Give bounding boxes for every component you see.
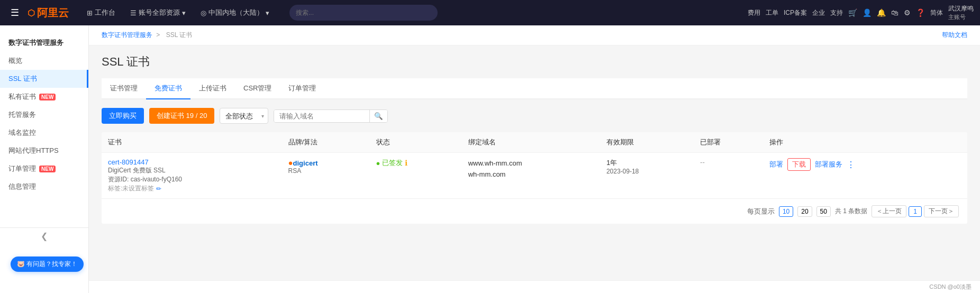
nav-support[interactable]: 支持 [830,8,843,17]
domain-search-input[interactable] [274,110,369,122]
info-icon[interactable]: ℹ [405,159,407,167]
logo-text[interactable]: 阿里云 [37,6,69,20]
sidebar-item-orders[interactable]: 订单管理 NEW [0,160,88,178]
col-deployed: 已部署 [694,132,763,153]
cert-id[interactable]: cert-8091447 [108,158,276,166]
simplified-label[interactable]: 简体 [930,8,943,17]
status-cell: ● 已签发 ℹ [370,153,462,199]
main-layout: 数字证书管理服务 概览 SSL 证书 私有证书 NEW 托管服务 域名监控 网站… [0,25,980,293]
sidebar-collapse-button[interactable]: ❮ [0,227,88,244]
buy-now-button[interactable]: 立即购买 [102,108,144,124]
sidebar-item-private-cert[interactable]: 私有证书 NEW [0,88,88,106]
help-circle-icon[interactable]: ❓ [916,8,925,17]
profile-icon[interactable]: 👤 [863,8,872,17]
nav-enterprise[interactable]: 企业 [812,8,825,17]
col-status: 状态 [370,132,462,153]
workbench-icon: ⊞ [87,9,93,17]
sidebar-item-overview[interactable]: 概览 [0,52,88,70]
page-size-20[interactable]: 20 [797,206,812,217]
tab-order-manage[interactable]: 订单管理 [280,78,324,99]
top-nav: ☰ ⬡ 阿里云 ⊞ 工作台 ☰ 账号全部资源 ▾ ◎ 中国内地（大陆） ▾ 费用… [0,0,980,25]
breadcrumb-current: SSL 证书 [166,31,193,39]
col-cert: 证书 [102,132,282,153]
search-input[interactable] [289,5,438,21]
main-content: 数字证书管理服务 > SSL 证书 帮助文档 SSL 证书 证书管理 免费证书 … [89,25,980,293]
deploy-button[interactable]: 部署 [769,160,783,169]
cert-table-container: 证书 品牌/算法 状态 绑定域名 有效期限 已部署 操作 cert-809 [102,132,967,224]
digicert-logo: ●digicert [288,158,364,167]
check-icon: ● [376,159,380,167]
tab-cert-manage[interactable]: 证书管理 [102,78,146,99]
col-brand: 品牌/算法 [282,132,370,153]
cert-info-cell: cert-8091447 DigiCert 免费版 SSL 资源ID: cas-… [102,153,282,199]
prev-page-button[interactable]: ＜上一页 [872,205,906,217]
action-buttons: 部署 下载 部署服务 ⋮ [769,158,961,171]
col-domain: 绑定域名 [462,132,600,153]
tab-upload-cert[interactable]: 上传证书 [190,78,235,99]
status-select[interactable]: 全部状态已签发审核中已过期未签发 [220,108,268,124]
global-search [289,5,438,21]
deploy-service-button[interactable]: 部署服务 [815,160,842,169]
new-badge-private: NEW [39,94,56,100]
nav-ticket[interactable]: 工单 [766,8,778,17]
pagination: 每页显示 10 20 50 共 1 条数据 ＜上一页 1 下一页＞ [102,198,967,224]
domain-2: wh-mm.com [468,169,594,180]
create-cert-button[interactable]: 创建证书 19 / 20 [149,108,214,124]
nav-icp[interactable]: ICP备案 [784,8,807,17]
cert-resource-id: 资源ID: cas-ivauto-fyQ160 [108,175,276,184]
status-badge: ● 已签发 ℹ [376,158,456,168]
search-button[interactable]: 🔍 [369,110,387,122]
brand-cell: ●digicert RSA [282,153,370,199]
more-actions-icon[interactable]: ⋮ [847,160,855,170]
tab-csr-manage[interactable]: CSR管理 [235,78,280,99]
table-row: cert-8091447 DigiCert 免费版 SSL 资源ID: cas-… [102,153,967,199]
bottom-text: CSDN @o0淡墨 [929,283,972,290]
shopping-icon[interactable]: 🛒 [848,8,857,17]
page-size-50[interactable]: 50 [816,206,831,217]
breadcrumb: 数字证书管理服务 > SSL 证书 帮助文档 [89,25,980,45]
settings-icon[interactable]: ⚙ [904,8,911,17]
account-icon: ☰ [130,9,137,17]
cert-tag: 标签:未设置标签 ✏ [108,184,276,193]
domain-list: www.wh-mm.com wh-mm.com [468,158,594,180]
tab-free-cert[interactable]: 免费证书 [146,78,190,99]
page-nav: ＜上一页 1 下一页＞ [872,205,959,217]
edit-tag-link[interactable]: ✏ [156,185,161,193]
hamburger-icon[interactable]: ☰ [6,5,23,21]
page-title: SSL 证书 [102,54,967,70]
workbench-nav[interactable]: ⊞ 工作台 [81,8,121,17]
sidebar-title: 数字证书管理服务 [0,34,88,52]
col-validity: 有效期限 [600,132,694,153]
username[interactable]: 武汉摩鸣 主账号 [948,4,974,21]
account-nav[interactable]: ☰ 账号全部资源 ▾ [125,8,191,17]
download-button[interactable]: 下载 [787,158,811,171]
help-doc-link[interactable]: 帮助文档 [942,31,967,40]
deployed-cell: -- [694,153,763,199]
breadcrumb-home[interactable]: 数字证书管理服务 [102,31,152,39]
notification-bell-icon[interactable]: 🔔 [877,8,886,17]
cert-table: 证书 品牌/算法 状态 绑定域名 有效期限 已部署 操作 cert-809 [102,132,967,198]
domain-search-wrapper: 🔍 [274,109,388,123]
toolbar: 立即购买 创建证书 19 / 20 全部状态已签发审核中已过期未签发 ▾ 🔍 [102,108,967,124]
algorithm-label: RSA [288,167,364,175]
sidebar-item-info[interactable]: 信息管理 [0,178,88,196]
nav-fee[interactable]: 费用 [748,8,760,17]
region-icon: ◎ [201,9,206,17]
region-nav[interactable]: ◎ 中国内地（大陆） ▾ [195,8,275,17]
sidebar-item-domain-monitor[interactable]: 域名监控 [0,124,88,142]
domain-cell: www.wh-mm.com wh-mm.com [462,153,600,199]
page-size-10[interactable]: 10 [779,206,793,217]
sidebar-item-ssl[interactable]: SSL 证书 [0,70,88,88]
validity-period: 1年 [606,158,687,168]
current-page: 1 [909,206,922,217]
sidebar: 数字证书管理服务 概览 SSL 证书 私有证书 NEW 托管服务 域名监控 网站… [0,25,89,293]
actions-cell: 部署 下载 部署服务 ⋮ [763,153,967,199]
cert-name: DigiCert 免费版 SSL [108,166,276,175]
cart-icon[interactable]: 🛍 [891,8,899,17]
bottom-bar: CSDN @o0淡墨 [89,280,980,293]
sidebar-item-hosting[interactable]: 托管服务 [0,106,88,124]
page-size-label: 每页显示 [747,207,775,216]
sidebar-item-proxy-https[interactable]: 网站代理HTTPS [0,142,88,160]
expert-help-button[interactable]: 🐷 有问题？找专家！ [11,257,84,272]
next-page-button[interactable]: 下一页＞ [924,205,959,217]
